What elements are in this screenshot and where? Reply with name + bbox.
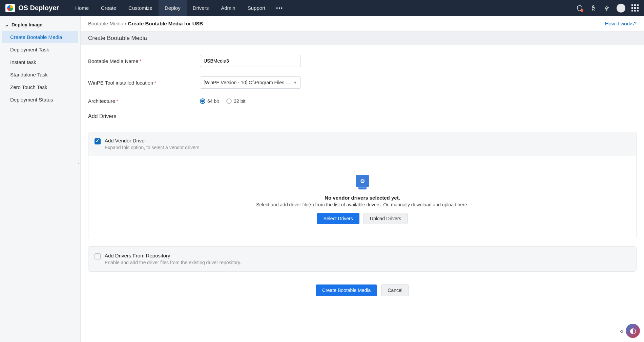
nav-create[interactable]: Create (95, 0, 122, 16)
vendor-driver-panel: Add Vendor Driver Expand this option, to… (88, 132, 637, 238)
sidebar-item-deployment-status[interactable]: Deployment Status (0, 93, 80, 106)
nav-more[interactable]: ••• (271, 0, 288, 16)
winpe-location-label: WinPE Tool installed location* (88, 80, 200, 86)
chevron-down-icon: ⌄ (5, 22, 9, 27)
radio-icon (200, 98, 205, 104)
chat-bubble-icon[interactable]: ◐ (626, 324, 640, 338)
media-name-input[interactable] (200, 55, 301, 67)
apps-grid-icon[interactable] (631, 4, 639, 12)
decorative-dots: · · · · (95, 169, 629, 173)
breadcrumb-parent[interactable]: Bootable Media (88, 21, 123, 26)
breadcrumb-current: Create Bootable Media for USB (128, 21, 203, 26)
radio-icon (226, 98, 232, 104)
nav-customize[interactable]: Customize (122, 0, 159, 16)
sidebar-item-create-media[interactable]: Create Bootable Media (2, 31, 78, 43)
sidebar-item-standalone-task[interactable]: Standalone Task (0, 68, 80, 81)
app-logo-icon (5, 4, 15, 12)
nav-deploy[interactable]: Deploy (159, 0, 187, 16)
breadcrumb: Bootable Media › Create Bootable Media f… (88, 21, 203, 26)
top-header: OS Deployer Home Create Customize Deploy… (0, 0, 644, 16)
nav-drivers[interactable]: Drivers (187, 0, 215, 16)
repo-panel-title: Add Drivers From Repository (105, 253, 241, 258)
empty-state-sub: Select and add driver file(s) from the l… (95, 202, 629, 207)
winpe-location-select[interactable]: [WinPE Version - 10] C:\Program Files (x… (200, 76, 301, 89)
media-name-label: Bootable Media Name* (88, 58, 200, 64)
nav-admin[interactable]: Admin (215, 0, 242, 16)
sidebar-section-title: Deploy Image (12, 22, 42, 27)
nav-support[interactable]: Support (242, 0, 272, 16)
svg-point-0 (593, 7, 594, 8)
sidebar-item-zero-touch[interactable]: Zero Touch Task (0, 81, 80, 93)
empty-state-title: No vendor drivers selected yet. (95, 195, 629, 201)
radio-label: 32 bit (234, 98, 245, 104)
repository-driver-panel: Add Drivers From Repository Enable and a… (88, 246, 637, 272)
chat-collapse-chevron-icon[interactable]: « (620, 327, 624, 335)
logo-section: OS Deployer (5, 4, 59, 12)
add-vendor-driver-checkbox[interactable] (95, 138, 101, 144)
sidebar-section-header[interactable]: ⌄ Deploy Image (0, 19, 80, 31)
main-nav: Home Create Customize Deploy Drivers Adm… (69, 0, 288, 16)
sidebar-item-deployment-task[interactable]: Deployment Task (0, 43, 80, 56)
shield-icon[interactable] (576, 4, 583, 12)
nav-home[interactable]: Home (69, 0, 95, 16)
lightning-icon[interactable] (603, 4, 610, 12)
vendor-panel-sub: Expand this option, to select a vendor d… (105, 145, 199, 150)
rocket-icon[interactable] (589, 4, 597, 12)
sidebar-item-instant-task[interactable]: Instant task (0, 56, 80, 68)
vendor-panel-title: Add Vendor Driver (105, 138, 199, 143)
arch-32bit-radio[interactable]: 32 bit (226, 98, 245, 104)
header-right (576, 4, 639, 13)
breadcrumb-sep: › (125, 21, 126, 26)
chevron-down-icon: ▼ (293, 81, 297, 85)
sidebar: ⌄ Deploy Image Create Bootable Media Dep… (0, 16, 81, 342)
main-content: Bootable Media › Create Bootable Media f… (81, 16, 644, 342)
radio-label: 64 bit (207, 98, 219, 104)
create-bootable-media-button[interactable]: Create Bootable Media (316, 284, 377, 296)
app-title: OS Deployer (18, 4, 59, 12)
cancel-button[interactable]: Cancel (381, 284, 409, 296)
drivers-empty-icon: ⚙ (356, 175, 369, 187)
how-it-works-link[interactable]: How it works? (605, 21, 637, 26)
upload-drivers-button[interactable]: Upload Drivers (363, 213, 408, 224)
chat-widget: « ◐ (620, 324, 640, 338)
add-repo-driver-checkbox[interactable] (95, 253, 101, 259)
arch-64bit-radio[interactable]: 64 bit (200, 98, 219, 104)
select-drivers-button[interactable]: Select Drivers (317, 213, 359, 224)
architecture-label: Architecture* (88, 98, 200, 104)
section-title: Create Bootable Media (81, 31, 644, 45)
user-avatar[interactable] (617, 4, 625, 13)
winpe-selected-value: [WinPE Version - 10] C:\Program Files (x… (204, 80, 291, 85)
add-drivers-heading: Add Drivers (88, 113, 229, 123)
repo-panel-sub: Enable and add the driver files from the… (105, 260, 241, 265)
